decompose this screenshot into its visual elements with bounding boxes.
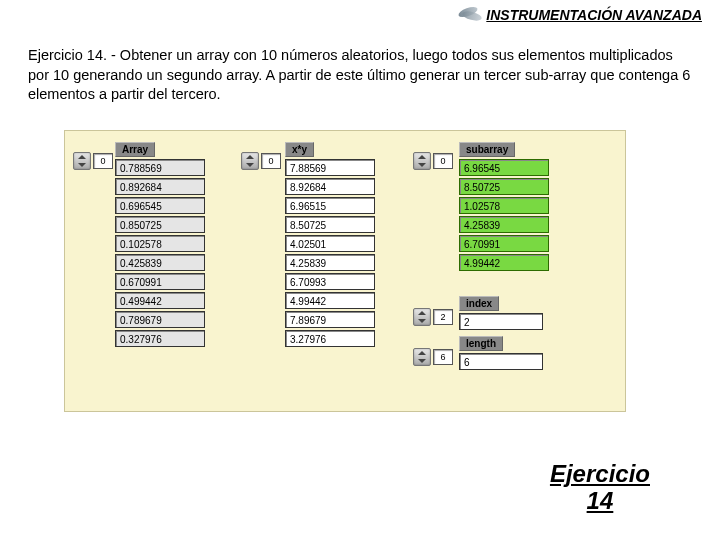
array-cell: 0.425839: [115, 254, 205, 271]
xy-cell: 6.96515: [285, 197, 375, 214]
xy-index-value: 0: [261, 153, 281, 169]
array-cell: 0.499442: [115, 292, 205, 309]
length-value-display: 6: [459, 353, 543, 370]
spinner-knob-icon: [73, 152, 91, 170]
labview-logo-icon: [458, 6, 480, 24]
array-cell: 0.788569: [115, 159, 205, 176]
xy-cell: 7.89679: [285, 311, 375, 328]
subarray-index-value: 0: [433, 153, 453, 169]
subarray-label: subarray: [459, 142, 515, 157]
length-control: length 6: [459, 333, 543, 372]
array-cell: 0.696545: [115, 197, 205, 214]
array-cell: 0.102578: [115, 235, 205, 252]
slide-header: INSTRUMENTACIÓN AVANZADA: [458, 6, 702, 24]
xy-column: x*y 7.88569 8.92684 6.96515 8.50725 4.02…: [285, 139, 375, 349]
array-cell: 0.892684: [115, 178, 205, 195]
xy-label: x*y: [285, 142, 314, 157]
subarray-cell: 1.02578: [459, 197, 549, 214]
spinner-knob-icon: [413, 348, 431, 366]
xy-cell: 4.02501: [285, 235, 375, 252]
index-label: index: [459, 296, 499, 311]
array-cell: 0.789679: [115, 311, 205, 328]
array-index-spinner[interactable]: 0: [73, 153, 113, 169]
subarray-cell: 6.70991: [459, 235, 549, 252]
array-cell: 0.327976: [115, 330, 205, 347]
xy-cell: 8.50725: [285, 216, 375, 233]
subarray-cell: 4.25839: [459, 216, 549, 233]
index-spinner-value: 2: [433, 309, 453, 325]
xy-cell: 6.70993: [285, 273, 375, 290]
length-label: length: [459, 336, 503, 351]
length-spinner[interactable]: 6: [413, 349, 453, 365]
index-control: index 2: [459, 293, 543, 332]
xy-cell: 8.92684: [285, 178, 375, 195]
ejercicio-14-link[interactable]: Ejercicio 14: [550, 461, 650, 514]
xy-cell: 3.27976: [285, 330, 375, 347]
length-spinner-value: 6: [433, 349, 453, 365]
index-spinner[interactable]: 2: [413, 309, 453, 325]
front-panel: 0 Array 0.788569 0.892684 0.696545 0.850…: [64, 130, 626, 412]
subarray-column: subarray 6.96545 8.50725 1.02578 4.25839…: [459, 139, 549, 273]
subarray-index-spinner[interactable]: 0: [413, 153, 453, 169]
spinner-knob-icon: [413, 308, 431, 326]
xy-index-spinner[interactable]: 0: [241, 153, 281, 169]
xy-cell: 4.25839: [285, 254, 375, 271]
subarray-cell: 4.99442: [459, 254, 549, 271]
xy-cell: 7.88569: [285, 159, 375, 176]
array-cell: 0.670991: [115, 273, 205, 290]
spinner-knob-icon: [413, 152, 431, 170]
array-cell: 0.850725: [115, 216, 205, 233]
exercise-description: Ejercicio 14. - Obtener un array con 10 …: [28, 46, 694, 105]
spinner-knob-icon: [241, 152, 259, 170]
array-column: Array 0.788569 0.892684 0.696545 0.85072…: [115, 139, 205, 349]
array-label: Array: [115, 142, 155, 157]
slide: INSTRUMENTACIÓN AVANZADA Ejercicio 14. -…: [0, 0, 720, 540]
header-title: INSTRUMENTACIÓN AVANZADA: [486, 7, 702, 23]
index-value-display: 2: [459, 313, 543, 330]
link-line-2: 14: [587, 487, 614, 514]
xy-cell: 4.99442: [285, 292, 375, 309]
subarray-cell: 8.50725: [459, 178, 549, 195]
link-line-1: Ejercicio: [550, 460, 650, 487]
subarray-cell: 6.96545: [459, 159, 549, 176]
array-index-value: 0: [93, 153, 113, 169]
